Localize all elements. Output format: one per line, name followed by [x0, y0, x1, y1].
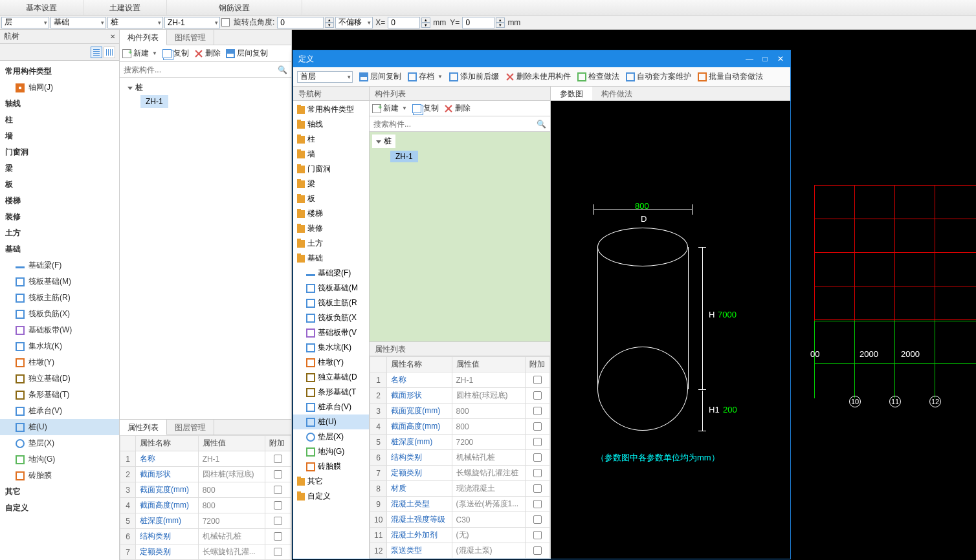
dlg-auto[interactable]: 自动套方案维护 [626, 71, 691, 82]
prop-name[interactable]: 桩深度(mm) [136, 513, 199, 529]
ribbon-tab-civil[interactable]: 土建设置 [83, 0, 167, 15]
rotation-input[interactable] [277, 17, 324, 28]
dlg-nav-f-item[interactable]: 砖胎膜 [293, 459, 369, 474]
y-spinner[interactable]: ▴▾ [496, 17, 505, 28]
nav-close-icon[interactable]: ✕ [110, 33, 115, 40]
nav-cat[interactable]: 装修 [0, 209, 119, 225]
dlg-tree-root[interactable]: 桩 [372, 135, 395, 148]
dlg-nav-f-item[interactable]: 集水坑(K) [293, 340, 369, 355]
nav-foundation[interactable]: 基础 [0, 241, 119, 257]
dlg-nav-cat[interactable]: 轴线 [293, 117, 369, 132]
dialog-titlebar[interactable]: 定义 — □ ✕ [293, 50, 790, 67]
prop-value[interactable]: 800 [198, 482, 265, 498]
prop-name[interactable]: 混凝土类型 [387, 497, 452, 512]
prop-name[interactable]: 名称 [136, 451, 199, 467]
prop-extra[interactable] [265, 544, 291, 560]
dlg-nav-other[interactable]: 其它 [293, 474, 369, 489]
nav-f-item[interactable]: 筏板基础(M) [0, 274, 119, 290]
component-combo[interactable]: ZH-1 [164, 17, 220, 28]
category-combo[interactable]: 基础 [50, 17, 106, 28]
dlg-nav-f-item[interactable]: 筏板负筋(X [293, 310, 369, 325]
nav-f-item[interactable]: 砖胎膜 [0, 468, 119, 484]
dlg-nav-custom[interactable]: 自定义 [293, 489, 369, 504]
prop-name[interactable]: 结构类别 [387, 450, 452, 466]
dlg-nav-cat[interactable]: 土方 [293, 236, 369, 251]
type-combo[interactable]: 桩 [107, 17, 163, 28]
dlg-nav-f-item[interactable]: 基础板带(V [293, 325, 369, 340]
prop-name[interactable]: 材质 [387, 481, 452, 497]
nav-cat[interactable]: 柱 [0, 112, 119, 128]
dlg-nav-f-item[interactable]: 地沟(G) [293, 444, 369, 459]
prop-name[interactable]: 结构类别 [136, 529, 199, 544]
dlg-check[interactable]: 检查做法 [577, 71, 619, 82]
prop-value[interactable]: 800 [452, 404, 525, 419]
prop-value[interactable]: 7200 [452, 435, 525, 450]
prop-name[interactable]: 泵送类型 [387, 543, 452, 559]
tab-param-diagram[interactable]: 参数图 [551, 87, 592, 100]
prop-extra[interactable] [525, 497, 549, 512]
prop-name[interactable]: 定额类别 [136, 544, 199, 560]
dlg-nav-common[interactable]: 常用构件类型 [293, 102, 369, 117]
delete-button[interactable]: 删除 [194, 48, 221, 59]
tree-root[interactable]: 桩 [122, 80, 289, 95]
dlg-delete-button[interactable]: 删除 [444, 103, 471, 114]
x-spinner[interactable]: ▴▾ [421, 17, 430, 28]
dlg-nav-cat[interactable]: 楼梯 [293, 206, 369, 221]
dlg-batch[interactable]: 批量自动套做法 [698, 71, 763, 82]
dlg-nav-f-item[interactable]: 桩(U) [293, 415, 369, 429]
prop-value[interactable]: 机械钻孔桩 [452, 450, 525, 466]
prop-name[interactable]: 名称 [387, 372, 452, 388]
search-input[interactable] [124, 65, 287, 74]
tab-components[interactable]: 构件列表 [120, 30, 167, 45]
dlg-nav-cat[interactable]: 墙 [293, 147, 369, 162]
nav-common[interactable]: 常用构件类型 [0, 63, 119, 80]
nav-cat[interactable]: 梁 [0, 160, 119, 177]
floor-combo[interactable]: 层 [1, 17, 49, 28]
maximize-icon[interactable]: □ [760, 54, 770, 63]
prop-value[interactable]: 800 [452, 419, 525, 435]
prop-extra[interactable] [265, 529, 291, 544]
tab-props[interactable]: 属性列表 [120, 420, 167, 435]
nav-cat[interactable]: 楼梯 [0, 193, 119, 209]
dlg-nav-cat[interactable]: 柱 [293, 132, 369, 147]
minimize-icon[interactable]: — [745, 54, 754, 63]
prop-value[interactable]: ZH-1 [198, 451, 265, 467]
nav-axis-grid[interactable]: 轴网(J) [0, 80, 119, 96]
nav-cat[interactable]: 轴线 [0, 96, 119, 112]
dlg-search-input[interactable] [373, 120, 546, 129]
diagram-canvas[interactable]: 800 D H 7000 H1 200 （参数图中各参数单位均为mm） [551, 101, 790, 559]
y-input[interactable] [462, 17, 494, 28]
tab-layers[interactable]: 图层管理 [167, 420, 214, 435]
prop-extra[interactable] [525, 419, 549, 435]
prop-name[interactable]: 截面高度(mm) [387, 419, 452, 435]
dlg-archive[interactable]: 存档▼ [408, 71, 443, 82]
dlg-nav-f-item[interactable]: 条形基础(T [293, 385, 369, 400]
nav-f-item[interactable]: 筏板主筋(R) [0, 290, 119, 306]
prop-name[interactable]: 混凝土外加剂 [387, 528, 452, 543]
ribbon-tab-basic[interactable]: 基本设置 [0, 0, 83, 15]
prop-extra[interactable] [525, 466, 549, 481]
prop-extra[interactable] [265, 498, 291, 513]
nav-cat[interactable]: 墙 [0, 128, 119, 144]
prop-value[interactable]: ZH-1 [452, 372, 525, 388]
view-grid-icon[interactable] [104, 47, 115, 58]
prop-extra[interactable] [525, 543, 549, 559]
nav-f-item[interactable]: 桩承台(V) [0, 403, 119, 419]
prop-value[interactable]: 现浇混凝土 [452, 481, 525, 497]
nav-cat[interactable]: 板 [0, 177, 119, 193]
prop-extra[interactable] [525, 481, 549, 497]
prop-name[interactable]: 混凝土强度等级 [387, 512, 452, 528]
nav-f-item[interactable]: 垫层(X) [0, 435, 119, 451]
prop-extra[interactable] [525, 404, 549, 419]
prop-value[interactable]: (泵送砼(坍落度1... [452, 497, 525, 512]
prop-value[interactable]: 7200 [198, 513, 265, 529]
dlg-del-unused[interactable]: 删除未使用构件 [505, 71, 571, 82]
nav-cat[interactable]: 门窗洞 [0, 144, 119, 160]
nav-pile[interactable]: 桩(U) [0, 419, 119, 435]
nav-custom[interactable]: 自定义 [0, 500, 119, 516]
prop-extra[interactable] [525, 388, 549, 404]
rotation-spinner[interactable]: ▴▾ [325, 17, 334, 28]
level-copy-button[interactable]: 层间复制 [226, 48, 268, 59]
nav-f-item[interactable]: 集水坑(K) [0, 338, 119, 354]
dlg-nav-f-item[interactable]: 筏板主筋(R [293, 296, 369, 310]
